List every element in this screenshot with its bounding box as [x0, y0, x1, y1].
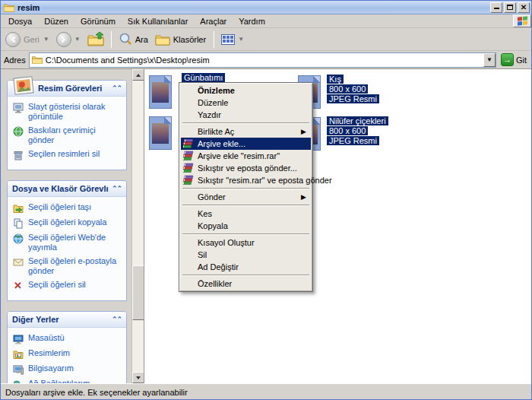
address-dropdown-button[interactable]: ▼ [483, 53, 496, 67]
place-my-computer[interactable]: Bilgisayarım [12, 363, 123, 375]
chevron-up-icon: ⌃⌃ [112, 185, 122, 192]
menu-item-birlikte-ac[interactable]: Birlikte Aç▶ [181, 125, 311, 138]
file-list-area[interactable]: Günbatımı Kış 800 x 600 JPEG Resmi [144, 69, 531, 383]
delete-icon: ✕ [12, 280, 24, 291]
file-type: JPEG Resmi [327, 136, 379, 145]
up-button[interactable] [86, 32, 106, 46]
scroll-down-button[interactable] [132, 372, 144, 383]
file-name: Nilüfer çiçekleri [327, 116, 388, 125]
file-type: JPEG Resmi [327, 94, 379, 103]
menu-item-kopyala[interactable]: Kopyala [181, 220, 311, 232]
menu-item-duzenle[interactable]: Düzenle [181, 97, 311, 109]
task-delete-items[interactable]: ✕ Seçili öğeleri sil [12, 280, 123, 291]
maximize-button[interactable] [504, 2, 516, 13]
place-label: Resimlerim [28, 348, 70, 358]
menu-item-label: Sıkıştır "resim.rar" ve eposta gönder [198, 176, 332, 185]
panel-picture-tasks: Resim Görevleri ⌃⌃ Slayt gösterisi olara… [7, 80, 127, 170]
panel-header[interactable]: Diğer Yerler ⌃⌃ [8, 312, 126, 328]
task-label: Seçilen resimleri sil [28, 149, 100, 159]
menu-dosya[interactable]: Dosya [2, 15, 38, 27]
move-icon [12, 202, 24, 214]
menu-item-kes[interactable]: Kes [181, 208, 311, 220]
place-my-pictures[interactable]: Resimlerim [12, 348, 123, 360]
file-info-kis[interactable]: Kış 800 x 600 JPEG Resmi [327, 75, 379, 104]
menu-sik-kullanilanlar[interactable]: Sık Kullanılanlar [122, 15, 195, 27]
close-button[interactable]: ✕ [518, 2, 530, 13]
folders-button[interactable]: Klasörler [154, 33, 208, 46]
menu-item-sil[interactable]: Sil [181, 249, 311, 261]
menu-item-label: Gönder [198, 192, 226, 202]
file-thumbnail-gunbatimi[interactable] [149, 75, 172, 109]
menu-separator [182, 122, 309, 124]
menu-item-sikistir-rar-eposta[interactable]: Sıkıştır "resim.rar" ve eposta gönder [181, 174, 311, 186]
views-button[interactable]: ▼ [220, 34, 246, 45]
menu-araclar[interactable]: Araçlar [194, 15, 233, 27]
task-order-prints[interactable]: Baskıları çevrimiçi gönder [12, 125, 123, 145]
menu-yardim[interactable]: Yardım [233, 15, 271, 27]
scroll-up-button[interactable] [132, 69, 144, 81]
slideshow-icon [12, 102, 24, 113]
views-dropdown-icon[interactable]: ▼ [238, 36, 244, 43]
place-my-network[interactable]: Ağ Bağlantılarım [12, 379, 123, 383]
task-move-items[interactable]: Seçili öğeleri taşı [12, 202, 123, 214]
panel-title: Resim Görevleri [38, 84, 112, 93]
menu-item-onizleme[interactable]: Önizleme [181, 84, 311, 97]
task-label: Seçili öğeleri e-postayla gönder [28, 256, 123, 276]
menu-item-gonder[interactable]: Gönder▶ [181, 191, 311, 203]
menu-item-kisayol-olustur[interactable]: Kısayol Oluştur [181, 237, 311, 249]
panel-header[interactable]: Dosya ve Klasör Görevlı ⌃⌃ [8, 181, 126, 197]
maximize-icon [507, 5, 513, 10]
search-label: Ara [135, 35, 148, 44]
views-icon [221, 34, 235, 45]
place-label: Masaüstü [28, 333, 65, 343]
winrar-icon [183, 175, 194, 186]
my-pictures-icon [12, 348, 24, 360]
toolbar: Geri ▼ ▼ Ara Klasör [1, 28, 531, 51]
menu-duzen[interactable]: Düzen [38, 15, 74, 27]
file-dimensions: 800 x 600 [327, 126, 368, 135]
menu-gorunum[interactable]: Görünüm [74, 15, 122, 27]
folder-icon [4, 3, 14, 12]
folders-icon [155, 33, 170, 46]
minimize-button[interactable] [490, 2, 502, 13]
menu-item-sikistir-eposta[interactable]: Sıkıştır ve eposta gönder... [181, 162, 311, 174]
sidebar: Resim Görevleri ⌃⌃ Slayt gösterisi olara… [1, 69, 131, 383]
task-label: Seçili öğeleri taşı [28, 202, 91, 212]
go-label: Git [516, 56, 527, 65]
menu-item-yazdir[interactable]: Yazdır [181, 109, 311, 121]
explorer-window: resim ✕ Dosya Düzen Görünüm Sık Kullanıl… [0, 0, 532, 400]
task-email-items[interactable]: Seçili öğeleri e-postayla gönder [12, 256, 123, 276]
go-arrow-icon: → [501, 53, 514, 66]
close-icon: ✕ [521, 4, 527, 11]
network-icon [12, 379, 24, 383]
forward-button[interactable]: ▼ [55, 32, 83, 47]
task-copy-items[interactable]: Seçili öğeleri kopyala [12, 217, 123, 229]
place-desktop[interactable]: Masaüstü [12, 333, 123, 344]
back-dropdown-icon[interactable]: ▼ [43, 36, 49, 43]
forward-dropdown-icon[interactable]: ▼ [74, 36, 81, 43]
scrollbar-thumb[interactable] [132, 265, 144, 320]
menu-item-arsive-ekle-rar[interactable]: Arşive ekle "resim.rar" [181, 150, 311, 162]
menu-item-ozellikler[interactable]: Özellikler [181, 278, 311, 290]
task-delete-pictures[interactable]: Seçilen resimleri sil [12, 149, 123, 160]
back-button[interactable]: Geri ▼ [4, 32, 52, 47]
selection-tint [150, 117, 171, 149]
winrar-icon [183, 163, 194, 173]
menu-item-arsive-ekle[interactable]: Arşive ekle... [181, 138, 311, 150]
title-bar: resim ✕ [1, 1, 531, 14]
search-icon [119, 33, 132, 46]
chevron-up-icon: ⌃⌃ [112, 316, 122, 323]
menu-item-ad-degistir[interactable]: Ad Değiştir [181, 261, 311, 273]
task-publish-web[interactable]: Seçili öğeleri Web'de yayımla [12, 233, 123, 252]
file-thumbnail[interactable] [149, 116, 172, 150]
go-button[interactable]: → Git [501, 53, 527, 66]
search-button[interactable]: Ara [117, 33, 150, 46]
task-slideshow[interactable]: Slayt gösterisi olarak görüntüle [12, 102, 123, 122]
panel-other-places: Diğer Yerler ⌃⌃ Masaüstü Resimlerim Bilg… [7, 311, 127, 383]
desktop-icon [12, 333, 24, 344]
sidebar-scrollbar[interactable] [131, 69, 144, 383]
file-info-nilufer[interactable]: Nilüfer çiçekleri 800 x 600 JPEG Resmi [327, 116, 388, 146]
address-input[interactable]: C:\Documents and Settings\x\Desktop\resi… [29, 52, 496, 68]
scroll-down-icon [136, 376, 141, 379]
place-label: Bilgisayarım [28, 363, 74, 373]
